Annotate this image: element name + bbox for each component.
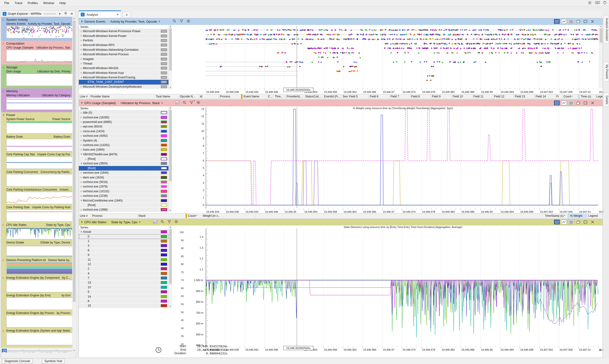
series-row[interactable]: 15 (79, 303, 168, 308)
chevron-collapsed-icon[interactable]: ▷ (80, 44, 83, 46)
column-sessionna-[interactable]: SessionNa... (342, 94, 348, 99)
graph-thumbnail[interactable] (6, 121, 72, 134)
series-row[interactable]: ▷Microsoft-Windows-Kernel-Power (79, 34, 168, 38)
series-row[interactable]: ▼svchost.exe (3504) (79, 161, 168, 166)
column-event-name[interactable]: Event Name (243, 94, 267, 99)
close-panel-button[interactable] (590, 101, 596, 105)
graph-item-row[interactable]: ▷Devices Preventing Platform IdleDevice … (1, 258, 72, 262)
series-row[interactable]: ▷Microsoft-Windows-DesktopActivityModera… (79, 85, 168, 89)
chevron-collapsed-icon[interactable]: ▷ (80, 30, 83, 32)
view-table-button[interactable] (568, 220, 574, 224)
series-row[interactable]: 14 (79, 294, 168, 299)
graph-item-row[interactable]: Memory UtilizationUtilization by Categor… (1, 93, 72, 97)
scroll-thumb[interactable] (169, 110, 172, 181)
gear-icon[interactable] (187, 19, 190, 24)
preset-name[interactable]: Utilization by Process, Stack (121, 101, 160, 105)
keyboard-icon[interactable] (595, 1, 600, 5)
collapse-icon[interactable]: ▼ (81, 102, 83, 104)
graph-thumbnail[interactable] (6, 174, 72, 186)
graph-explorer-scrollbar[interactable]: ▲▼ (72, 17, 76, 352)
graph-item-row[interactable]: CPU Usage (Sampled)Utilization by Proces… (1, 46, 72, 50)
column-providerid-[interactable]: ProviderId... (286, 94, 304, 99)
series-row[interactable]: ▷[Root] (79, 166, 168, 170)
chevron-collapsed-icon[interactable]: ▷ (3, 89, 4, 93)
series-row[interactable]: ▷svchost.exe (2236) (79, 194, 168, 198)
series-row[interactable]: ▷csrss.exe (1424) (79, 129, 168, 134)
scroll-down-icon[interactable]: ▼ (169, 86, 172, 89)
popout-button[interactable] (575, 101, 581, 105)
graph-thumbnail[interactable] (6, 97, 72, 110)
series-row[interactable]: ▼Actual (79, 230, 168, 234)
chevron-expanded-icon[interactable]: ▼ (80, 199, 83, 202)
axis-scroll-left-icon[interactable]: ◀ (204, 349, 205, 351)
series-row[interactable]: ▷powershell.exe (8880) (79, 120, 168, 124)
series-row[interactable]: 11 (79, 257, 168, 262)
column-stack[interactable]: Stack (138, 214, 186, 218)
menu-item-window[interactable]: Window (41, 0, 56, 5)
series-row[interactable]: ▷lsass.exe (1664) (79, 147, 168, 152)
graph-item-row[interactable]: Core Parking ConcurrencyConcurrency by P… (1, 170, 72, 174)
chevron-collapsed-icon[interactable]: ▷ (80, 62, 83, 65)
column-timestamp-s-[interactable]: TimeStamp (s) ▴ (544, 214, 568, 218)
series-row[interactable]: ▷svchost.exe (4392) (79, 134, 168, 138)
column-field-12[interactable]: Field 12 (493, 94, 514, 99)
column-fi[interactable]: Fi (555, 94, 563, 99)
column-thre-[interactable]: Thre... (274, 94, 286, 99)
column-field-5[interactable]: Field 5 (348, 94, 369, 99)
new-tab-button[interactable]: + (122, 12, 131, 18)
chevron-collapsed-icon[interactable]: ▷ (80, 195, 83, 197)
column-field-14[interactable]: Field 14 (535, 94, 555, 99)
funnel-icon[interactable] (180, 19, 183, 24)
chevron-collapsed-icon[interactable]: ▷ (3, 223, 4, 227)
series-row[interactable]: ▷dwm.exe (1616) (79, 175, 168, 180)
menu-item-file[interactable]: File (2, 0, 12, 5)
column-field-13[interactable]: Field 13 (514, 94, 535, 99)
column-task-name[interactable]: Task Name (155, 94, 179, 99)
graph-thumbnail[interactable] (6, 245, 72, 257)
graph-item-row[interactable]: ▷Energy Estimation Engine (System and Ap… (1, 329, 72, 333)
chevron-collapsed-icon[interactable]: ▷ (80, 116, 83, 118)
graph-item-row[interactable]: Device DstateDState by Type, Device (1, 241, 72, 244)
series-row[interactable]: ▷Idle (0) (79, 111, 168, 115)
chevron-collapsed-icon[interactable]: ▷ (80, 53, 83, 55)
graph-thumbnail[interactable] (6, 74, 72, 86)
chevron-collapsed-icon[interactable]: ▷ (80, 190, 83, 192)
chevron-collapsed-icon[interactable]: ▷ (3, 18, 4, 22)
series-row[interactable]: ▷Microsoft-Windows-Networking-Correlatio… (79, 48, 168, 52)
series-row[interactable]: ▷Microsoft-Windows-Kernel-Acpi (79, 71, 168, 75)
chevron-collapsed-icon[interactable]: ▷ (85, 167, 88, 169)
view-chart-button[interactable] (561, 220, 567, 224)
collapse-icon[interactable]: ▼ (81, 221, 83, 223)
chevron-collapsed-icon[interactable]: ▷ (80, 67, 83, 69)
column-line-[interactable]: Line # (79, 214, 91, 218)
scroll-down-icon[interactable]: ▼ (169, 305, 172, 308)
series-row[interactable]: ▼Microsoft-Windows-Kernel-EventTracing (79, 75, 168, 80)
series-row[interactable]: 3 (79, 244, 168, 248)
column--weight[interactable]: % Weight (569, 214, 587, 218)
chevron-expanded-icon[interactable]: ▼ (3, 113, 5, 117)
funnel-icon[interactable]: * (190, 101, 193, 105)
column-field-8[interactable]: Field 8 (410, 94, 431, 99)
scroll-down-icon[interactable]: ▼ (169, 209, 172, 212)
view-chart-table-button[interactable] (554, 220, 560, 224)
series-row[interactable]: [Root] (79, 203, 168, 208)
settings-icon[interactable] (588, 1, 592, 5)
series-row[interactable]: ▷Microsoft-Windows-Win32k (79, 66, 168, 70)
gear-icon[interactable] (174, 220, 178, 224)
series-row[interactable]: 8 (79, 299, 168, 303)
chevron-collapsed-icon[interactable]: ▷ (3, 329, 4, 333)
graph-thumbnail[interactable] (6, 315, 72, 327)
series-row[interactable]: ▷svchost.exe (16280) (79, 115, 168, 120)
series-row[interactable]: ▷System (4) (79, 138, 168, 143)
graph-item-row[interactable]: Core Parking StateUnpark Cores by Parkin… (1, 205, 72, 209)
series-row[interactable]: ▷Thread (79, 62, 168, 66)
chevron-expanded-icon[interactable]: ▼ (80, 162, 83, 165)
graph-thumbnail[interactable] (6, 26, 72, 38)
series-row[interactable]: ▷Perfinfo (79, 38, 168, 43)
bottom-tab-symbols-hub[interactable]: Symbols Hub (42, 359, 65, 364)
graph-thumbnail[interactable] (6, 209, 72, 222)
graph-item-row[interactable]: Battery DrainBattery Drain (1, 135, 72, 139)
series-row[interactable]: ▷svchost.exe (5016) (79, 180, 168, 184)
graph-thumbnail[interactable] (6, 262, 72, 275)
graph-thumbnail[interactable] (6, 156, 72, 169)
